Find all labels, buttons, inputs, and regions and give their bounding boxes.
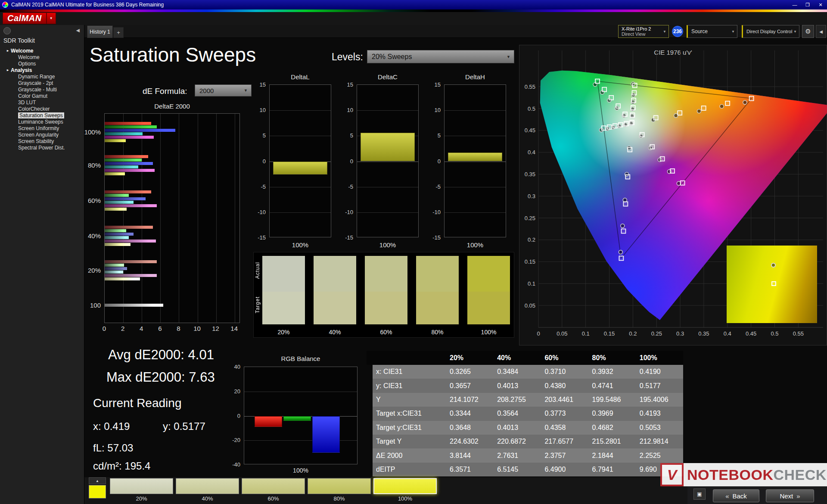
deltae-bar-yellow: [105, 243, 131, 246]
window-title: CalMAN 2019 CalMAN Ultimate for Business…: [11, 2, 164, 8]
axis-tick-label: 20%: [88, 267, 101, 274]
column-header: 20%: [446, 354, 493, 362]
maximize-icon[interactable]: ❐: [801, 0, 814, 9]
axis-tick-label: -10: [331, 208, 353, 215]
chart-title: DeltaC: [357, 73, 419, 81]
target-swatch: [467, 292, 510, 324]
cie-target-point: [725, 101, 730, 106]
deltae-bar-yellow: [105, 277, 140, 280]
svg-text:0.1: 0.1: [582, 330, 590, 337]
cie-target-point: [607, 125, 612, 129]
sidebar-item-colorchecker[interactable]: ColorChecker: [0, 106, 84, 112]
gridline: [445, 162, 506, 162]
workflow-title: SDR Toolkit: [3, 37, 35, 44]
chevron-left-icon: ◀: [76, 28, 80, 33]
row-strip: [367, 379, 373, 392]
deltae-bar-red: [105, 155, 148, 158]
cie-target-point: [613, 124, 617, 128]
sidebar-item-color-gamut[interactable]: Color Gamut: [0, 93, 84, 99]
patch-button-100[interactable]: 100%: [373, 478, 437, 502]
patch-button-20[interactable]: 20%: [110, 478, 173, 502]
patch-button-60[interactable]: 60%: [242, 478, 305, 502]
sidebar-item-dynamic-range[interactable]: Dynamic Range: [0, 73, 84, 80]
meter-dropdown[interactable]: X-Rite i1Pro 2 Direct View ▼: [618, 25, 669, 38]
sidebar-item-grayscale-multi[interactable]: Grayscale - Multi: [0, 86, 84, 93]
cell-value: 2.3757: [541, 452, 588, 460]
deltae-bar-red: [105, 190, 151, 193]
sidebar-item-grayscale-2pt[interactable]: Grayscale - 2pt: [0, 80, 84, 86]
sidebar-item-welcome[interactable]: ▸Welcome: [0, 47, 84, 54]
table-row: Y214.1072208.2755203.4461199.5486195.400…: [367, 393, 683, 407]
sidebar-item-options[interactable]: Options: [0, 60, 84, 67]
sidebar-item-welcome[interactable]: Welcome: [0, 54, 84, 60]
sidebar-item-screen-angularity[interactable]: Screen Angularity: [0, 131, 84, 138]
patch-button-80[interactable]: 80%: [308, 478, 371, 502]
row-label: x: CIE31: [373, 368, 446, 376]
table-row: Target y:CIE310.36480.40130.43580.46820.…: [367, 421, 683, 435]
display-control-dropdown[interactable]: Direct Display Control ▼: [742, 25, 799, 38]
chevron-up-icon: ▲: [96, 479, 99, 483]
svg-text:0.05: 0.05: [525, 302, 535, 309]
gridline: [244, 440, 357, 441]
levels-value: 20% Sweeps: [372, 53, 412, 61]
calman-logo-menu[interactable]: CalMAN ▼: [3, 12, 56, 24]
max-de2000: Max dE2000: 7.63: [106, 370, 215, 385]
close-icon[interactable]: ✕: [814, 0, 827, 9]
measurement-count-badge[interactable]: 236: [672, 26, 683, 37]
watermark-notebook: NOTEBOOK: [687, 467, 773, 483]
levels-label: Levels:: [332, 51, 363, 63]
sidebar-item-saturation-sweeps[interactable]: Saturation Sweeps: [0, 112, 84, 118]
sidebar-item-screen-uniformity[interactable]: Screen Uniformity: [0, 125, 84, 131]
notebookcheck-logo-icon: V: [660, 463, 684, 486]
row-label: Target Y: [373, 438, 446, 445]
app-icon: [2, 2, 8, 8]
table-row: ΔE 20003.81442.76312.37572.18442.2525: [367, 448, 683, 462]
axis-tick-label: 100: [90, 302, 101, 309]
sidebar-item-3d-lut[interactable]: 3D LUT: [0, 99, 84, 106]
cie-target-point: [640, 133, 644, 137]
sidebar-item-luminance-sweeps[interactable]: Luminance Sweeps: [0, 118, 84, 125]
panel-collapse-button[interactable]: ◀: [816, 25, 826, 38]
rgb-bar-green: [283, 416, 311, 421]
next-button[interactable]: Next »: [766, 489, 814, 502]
back-button[interactable]: « Back: [713, 489, 759, 502]
patch-up-button[interactable]: ▲: [89, 477, 106, 484]
patch-button-40[interactable]: 40%: [176, 478, 239, 502]
delta-chart-deltal: DeltaL151050-5-10-15100%: [243, 73, 331, 249]
cie-target-point: [749, 96, 754, 101]
source-dropdown[interactable]: Source ▼: [687, 25, 737, 38]
column-header: 100%: [636, 354, 683, 362]
minimize-icon[interactable]: —: [788, 0, 801, 9]
svg-text:0.3: 0.3: [676, 330, 684, 337]
settings-button[interactable]: ⚙: [802, 25, 814, 38]
sidebar-item-screen-stability[interactable]: Screen Stability: [0, 138, 84, 144]
sidebar-item-analysis[interactable]: ▸Analysis: [0, 67, 84, 73]
sidebar-item-spectral-power-dist[interactable]: Spectral Power Dist.: [0, 144, 84, 151]
sidebar-collapse-button[interactable]: ◀: [76, 28, 80, 33]
axis-tick-label: 0: [418, 158, 441, 164]
chart-title: DeltaH: [444, 73, 506, 81]
workflow-menu-button[interactable]: [3, 27, 11, 34]
row-strip: [367, 407, 373, 420]
add-tab-button[interactable]: +: [113, 27, 124, 38]
gridline: [445, 187, 506, 187]
de-formula-value: 2000: [199, 87, 214, 94]
cell-value: 6.5145: [493, 466, 541, 473]
cell-value: 214.1072: [446, 396, 493, 404]
axis-tick-label: -20: [232, 437, 240, 443]
gridline: [270, 212, 331, 213]
saturation-swatch-60: 60%: [365, 256, 407, 336]
cie-target-point: [660, 157, 665, 161]
chevron-left-icon: ◀: [819, 29, 823, 34]
de-formula-label: dE Formula:: [143, 87, 187, 96]
deltae-bar-blue: [105, 129, 175, 132]
axis-tick-label: 5: [331, 132, 353, 139]
sidebar-item-label: Dynamic Range: [18, 74, 55, 80]
tab-history-1[interactable]: History 1: [87, 25, 113, 38]
cell-value: 0.4741: [588, 382, 636, 390]
cie-target-point: [631, 113, 635, 117]
chart-title: DeltaL: [269, 73, 331, 81]
deltae-bar-cyan: [105, 236, 129, 239]
levels-dropdown[interactable]: 20% Sweeps ▼: [367, 50, 514, 63]
target-row-label: Target: [255, 296, 261, 313]
